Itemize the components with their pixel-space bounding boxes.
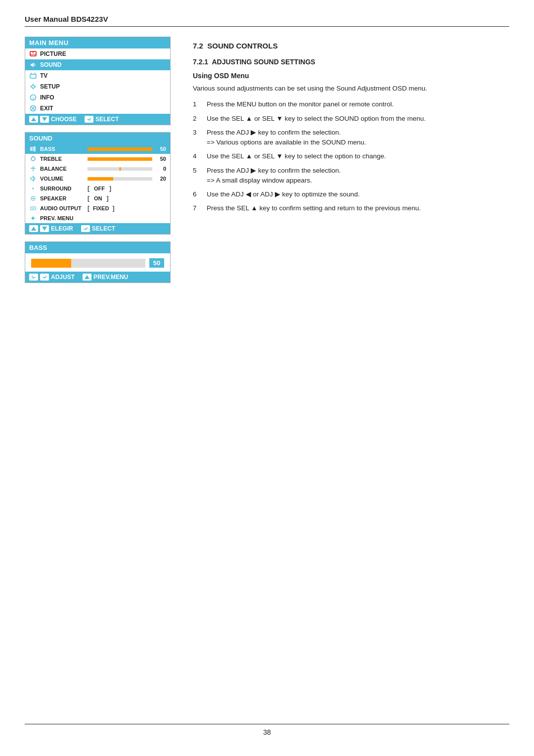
svg-point-22 (31, 157, 35, 161)
menu-item-tv[interactable]: TV (25, 70, 170, 81)
sound-item-treble[interactable]: TREBLE 50 (25, 154, 170, 164)
section-title: 7.2 SOUND CONTROLS (193, 42, 509, 50)
balance-value: 0 (155, 166, 166, 172)
right-column: 7.2 SOUND CONTROLS 7.2.1 ADJUSTING SOUND… (193, 37, 509, 724)
svg-point-28 (33, 188, 34, 189)
step-text: Press the ADJ ▶ key to confirm the selec… (207, 166, 509, 186)
bass-bar-fill (31, 259, 71, 268)
picture-label: PICTURE (40, 50, 66, 57)
speaker-icon (29, 194, 37, 202)
step-num: 5 (193, 166, 202, 186)
bass-menu-header: BASS (25, 242, 170, 253)
select-icon (85, 116, 93, 123)
step-text: Press the MENU button on the monitor pan… (207, 99, 509, 109)
sound-item-bass[interactable]: BASS 50 (25, 144, 170, 154)
sound-select-button[interactable]: SELECT (81, 225, 115, 232)
adjust-icon-right (40, 274, 49, 281)
prev-menu-footer-icon (83, 274, 91, 281)
svg-marker-37 (83, 227, 88, 230)
svg-marker-3 (31, 62, 34, 67)
choose-icon-up (29, 116, 38, 123)
treble-value: 50 (155, 156, 166, 162)
choose-button[interactable]: CHOOSE (29, 116, 77, 123)
bass-label: BASS (40, 146, 85, 152)
info-label: INFO (40, 94, 54, 101)
steps-list: 1Press the MENU button on the monitor pa… (193, 99, 509, 217)
surround-label: SURROUND (40, 186, 85, 191)
bass-icon (29, 145, 37, 153)
select-button[interactable]: SELECT (85, 116, 119, 123)
surround-icon (29, 185, 37, 192)
volume-icon (29, 175, 37, 183)
volume-label: VOLUME (40, 176, 85, 182)
bass-display-value: 50 (149, 258, 164, 268)
prev-menu-button[interactable]: PREV.MENU (83, 274, 128, 281)
step-item-5: 5Press the ADJ ▶ key to confirm the sele… (193, 166, 509, 186)
svg-rect-20 (30, 147, 33, 151)
sound-select-icon (81, 225, 90, 232)
sound-item-volume[interactable]: VOLUME 20 (25, 174, 170, 184)
bass-value: 50 (155, 146, 166, 152)
speaker-label: SPEAKER (40, 195, 85, 201)
picture-icon (29, 50, 37, 58)
menu-item-picture[interactable]: PICTURE (25, 48, 170, 59)
sound-item-audio-output[interactable]: AUDIO OUTPUT [ FIXED ] (25, 203, 170, 213)
elegir-icon-2 (40, 225, 49, 232)
choose-icon-down (40, 116, 49, 123)
adjust-label: ADJUST (51, 274, 75, 281)
elegir-icon-1 (29, 225, 38, 232)
using-title: Using OSD Menu (193, 72, 509, 80)
setup-label: SETUP (40, 83, 60, 90)
elegir-button[interactable]: ELEGIR (29, 225, 73, 232)
page-footer: 38 (25, 724, 509, 736)
sound-item-prev-menu[interactable]: PREV. MENU (25, 213, 170, 223)
page-header: User Manual BDS4223V (25, 15, 509, 27)
balance-icon (29, 165, 37, 173)
menu-item-setup[interactable]: SETUP (25, 81, 170, 92)
svg-marker-2 (32, 52, 34, 53)
sound-item-surround[interactable]: SURROUND [ OFF ] (25, 184, 170, 193)
bass-bar-bg (31, 259, 145, 268)
balance-bar (88, 167, 152, 171)
speaker-option: [ ON ] (88, 195, 109, 202)
treble-icon (29, 155, 37, 163)
treble-label: TREBLE (40, 156, 85, 162)
left-column: MAIN MENU PICTURE SOUND (25, 37, 178, 724)
step-text: Use the SEL ▲ or SEL ▼ key to select the… (207, 114, 509, 124)
adjust-button[interactable]: ADJUST (29, 274, 75, 281)
main-menu-footer: CHOOSE SELECT (25, 114, 170, 125)
page-container: User Manual BDS4223V MAIN MENU PICTURE (0, 0, 534, 756)
elegir-label: ELEGIR (51, 225, 73, 232)
sound-item-speaker[interactable]: SPEAKER [ ON ] (25, 193, 170, 203)
menu-item-exit[interactable]: EXIT (25, 103, 170, 114)
step-text: Press the ADJ ▶ key to confirm the selec… (207, 128, 509, 148)
adjust-icon-left (29, 274, 38, 281)
setup-icon (29, 83, 37, 91)
volume-value: 20 (155, 176, 166, 182)
menu-item-info[interactable]: i INFO (25, 92, 170, 103)
audio-output-label: AUDIO OUTPUT (40, 205, 85, 211)
sound-item-balance[interactable]: BALANCE 0 (25, 164, 170, 174)
step-num: 1 (193, 99, 202, 109)
step-text: Press the SEL ▲ key to confirm setting a… (207, 203, 509, 213)
balance-label: BALANCE (40, 166, 85, 172)
step-item-7: 7Press the SEL ▲ key to confirm setting … (193, 203, 509, 213)
main-menu-box: MAIN MENU PICTURE SOUND (25, 37, 171, 125)
step-item-3: 3Press the ADJ ▶ key to confirm the sele… (193, 128, 509, 148)
step-num: 4 (193, 151, 202, 161)
content-area: MAIN MENU PICTURE SOUND (25, 37, 509, 724)
menu-item-sound[interactable]: SOUND (25, 59, 170, 70)
bass-footer: ADJUST PREV.MENU (25, 272, 170, 283)
main-menu-header: MAIN MENU (25, 37, 170, 48)
step-num: 3 (193, 128, 202, 148)
svg-marker-40 (85, 275, 89, 279)
header-title: User Manual BDS4223V (25, 15, 108, 23)
svg-marker-26 (31, 176, 34, 181)
treble-bar (88, 157, 152, 161)
sound-menu-header: SOUND (25, 133, 170, 144)
svg-marker-33 (31, 216, 34, 220)
step-item-1: 1Press the MENU button on the monitor pa… (193, 99, 509, 109)
sound-select-label: SELECT (92, 225, 115, 232)
svg-rect-21 (33, 146, 36, 151)
step-text: Use the SEL ▲ or SEL ▼ key to select the… (207, 151, 509, 161)
